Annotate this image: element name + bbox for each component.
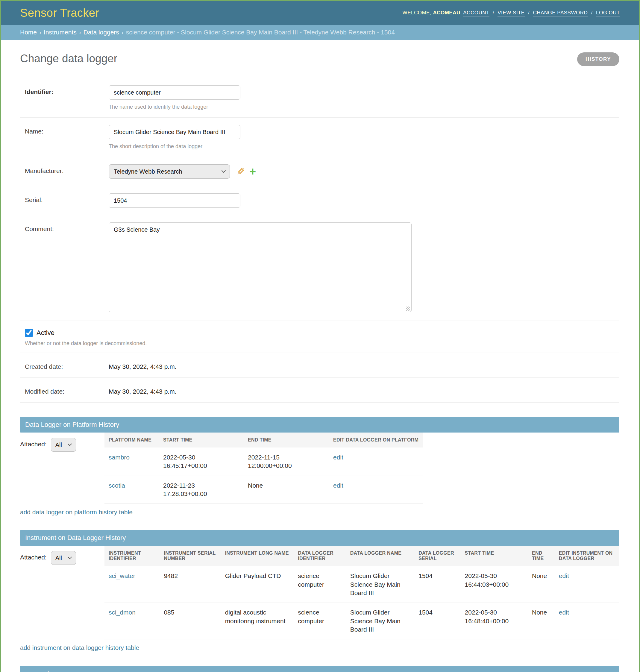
created-date-value: May 30, 2022, 4:43 p.m. — [109, 360, 614, 370]
start-time-cell: 2022-11-23 17:28:03+00:00 — [159, 476, 244, 504]
breadcrumb-instruments[interactable]: Instruments — [44, 29, 77, 36]
instrument-history-title: Instrument on Data Logger History — [20, 530, 619, 546]
name-input[interactable] — [109, 125, 241, 139]
active-row: Active Whether or not the data logger is… — [20, 321, 619, 353]
column-header: START TIME — [159, 433, 244, 448]
comment-label: Comment: — [25, 222, 109, 313]
site-title[interactable]: Sensor Tracker — [20, 6, 99, 19]
end-time-cell: 2022-11-15 12:00:00+00:00 — [244, 448, 329, 476]
edit-link[interactable]: edit — [333, 454, 343, 461]
table-row: sci_dmon 085 digital acoustic monitoring… — [104, 603, 619, 639]
table-row: scotia 2022-11-23 17:28:03+00:00 None ed… — [104, 476, 423, 504]
instrument-history-module: Instrument on Data Logger History Attach… — [20, 530, 619, 639]
attached-label: Attached: — [20, 551, 47, 561]
instrument-link[interactable]: sci_dmon — [109, 609, 135, 616]
serial-label: Serial: — [25, 193, 109, 208]
identifier-help: The name used to identify the data logge… — [109, 104, 614, 110]
comment-textarea[interactable]: G3s Science Bay — [109, 222, 412, 312]
change-password-link[interactable]: CHANGE PASSWORD — [533, 10, 587, 16]
modified-date-label: Modified date: — [25, 385, 109, 395]
identifier-label: Identifier: — [25, 85, 109, 110]
breadcrumb-separator: › — [39, 29, 41, 36]
breadcrumb-home[interactable]: Home — [20, 29, 37, 36]
column-header: START TIME — [461, 546, 528, 566]
active-label: Active — [37, 329, 55, 337]
edit-link[interactable]: edit — [559, 572, 569, 579]
separator: / — [528, 10, 529, 16]
column-header: DATA LOGGER IDENTIFIER — [294, 546, 346, 566]
modified-date-value: May 30, 2022, 4:43 p.m. — [109, 385, 614, 395]
instrument-history-table: INSTRUMENT IDENTIFIER INSTRUMENT SERIAL … — [104, 546, 619, 639]
start-time-cell: 2022-05-30 16:45:17+00:00 — [159, 448, 244, 476]
serial-input[interactable] — [109, 193, 241, 208]
platform-link[interactable]: sambro — [109, 454, 130, 461]
column-header: END TIME — [244, 433, 329, 448]
platform-history-title: Data Logger on Platform History — [20, 417, 619, 433]
account-link[interactable]: ACCOUNT — [463, 10, 489, 16]
add-platform-history-link[interactable]: add data logger on platform history tabl… — [20, 509, 133, 516]
long-name-cell: digital acoustic monitoring instrument — [221, 603, 294, 639]
platform-history-module: Data Logger on Platform History Attached… — [20, 417, 619, 504]
column-header: DATA LOGGER NAME — [346, 546, 414, 566]
page-title: Change data logger — [20, 53, 117, 65]
identifier-row: Identifier: The name used to identify th… — [20, 78, 619, 118]
instrument-attached-select[interactable]: All — [51, 551, 76, 565]
manufacturer-label: Manufacturer: — [25, 164, 109, 179]
name-row: Name: The short description of the data … — [20, 118, 619, 157]
logger-identifier-cell: science computer — [294, 566, 346, 603]
active-help: Whether or not the data logger is decomm… — [25, 340, 614, 347]
serial-row: Serial: — [20, 186, 619, 215]
history-button[interactable]: HISTORY — [577, 53, 619, 66]
breadcrumb: Home › Instruments › Data loggers › scie… — [1, 25, 639, 40]
app-header: Sensor Tracker WELCOME, ACOMEAU. ACCOUNT… — [1, 1, 639, 25]
view-site-link[interactable]: VIEW SITE — [497, 10, 524, 16]
name-label: Name: — [25, 125, 109, 150]
parameter-module: parameter STANDARD NAME LONG NAME IDENTI… — [20, 666, 619, 672]
end-time-cell: None — [528, 566, 555, 603]
separator: / — [493, 10, 494, 16]
edit-link[interactable]: edit — [559, 609, 569, 616]
column-header: EDIT INSTRUMENT ON DATA LOGGER — [555, 546, 619, 566]
breadcrumb-separator: › — [79, 29, 81, 36]
column-header: EDIT DATA LOGGER ON PLATFORM — [329, 433, 423, 448]
content: Change data logger HISTORY Identifier: T… — [1, 40, 639, 672]
platform-history-table: PLATFORM NAME START TIME END TIME EDIT D… — [104, 433, 423, 504]
platform-attached-select[interactable]: All — [51, 438, 76, 452]
edit-link[interactable]: edit — [333, 482, 343, 489]
start-time-cell: 2022-05-30 16:48:40+00:00 — [461, 603, 528, 639]
parameter-title: parameter — [20, 666, 619, 672]
attached-label: Attached: — [20, 438, 47, 448]
logger-identifier-cell: science computer — [294, 603, 346, 639]
active-checkbox[interactable] — [25, 329, 33, 337]
breadcrumb-data-loggers[interactable]: Data loggers — [84, 29, 119, 36]
instrument-link[interactable]: sci_water — [109, 572, 135, 579]
comment-row: Comment: G3s Science Bay — [20, 215, 619, 321]
manufacturer-select[interactable]: Teledyne Webb Research — [109, 164, 230, 179]
created-date-label: Created date: — [25, 360, 109, 370]
add-instrument-history-link[interactable]: add instrument on data logger history ta… — [20, 644, 139, 651]
column-header: PLATFORM NAME — [104, 433, 159, 448]
column-header: DATA LOGGER SERIAL — [414, 546, 461, 566]
platform-link[interactable]: scotia — [109, 482, 125, 489]
logger-serial-cell: 1504 — [414, 603, 461, 639]
column-header: INSTRUMENT SERIAL NUMBER — [160, 546, 221, 566]
user-tools: WELCOME, ACOMEAU. ACCOUNT / VIEW SITE / … — [403, 10, 620, 16]
manufacturer-row: Manufacturer: Teledyne Webb Research ✎ + — [20, 157, 619, 186]
serial-cell: 085 — [160, 603, 221, 639]
table-row: sci_water 9482 Glider Payload CTD scienc… — [104, 566, 619, 603]
breadcrumb-separator: › — [121, 29, 123, 36]
change-form: Identifier: The name used to identify th… — [20, 78, 619, 403]
add-manufacturer-icon[interactable]: + — [249, 166, 256, 177]
identifier-input[interactable] — [109, 85, 241, 100]
column-header: INSTRUMENT LONG NAME — [221, 546, 294, 566]
serial-cell: 9482 — [160, 566, 221, 603]
page: Sensor Tracker WELCOME, ACOMEAU. ACCOUNT… — [0, 0, 640, 672]
logger-serial-cell: 1504 — [414, 566, 461, 603]
separator: / — [591, 10, 593, 16]
logout-link[interactable]: LOG OUT — [596, 10, 620, 16]
edit-manufacturer-icon[interactable]: ✎ — [236, 166, 245, 177]
end-time-cell: None — [244, 476, 329, 504]
logger-name-cell: Slocum Glider Science Bay Main Board III — [346, 603, 414, 639]
start-time-cell: 2022-05-30 16:44:03+00:00 — [461, 566, 528, 603]
long-name-cell: Glider Payload CTD — [221, 566, 294, 603]
